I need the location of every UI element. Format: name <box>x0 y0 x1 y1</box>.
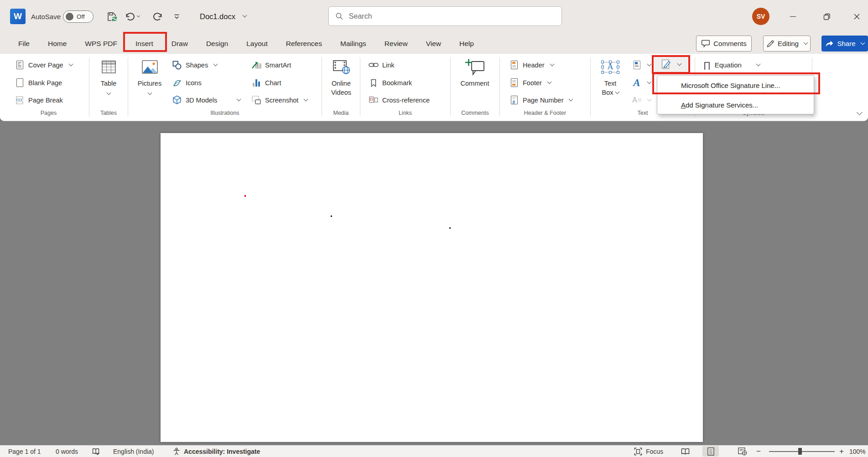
cover-page-label: Cover Page <box>28 62 63 69</box>
header-button[interactable]: Header <box>507 58 556 72</box>
print-layout-button[interactable] <box>702 446 719 457</box>
print-layout-icon <box>707 447 714 456</box>
cover-page-icon <box>15 61 25 69</box>
focus-button[interactable]: Focus <box>634 446 663 457</box>
autosave-toggle[interactable]: Off <box>63 10 94 23</box>
tab-draw[interactable]: Draw <box>162 33 197 54</box>
save-button[interactable] <box>103 0 121 33</box>
cross-reference-button[interactable]: Cross-reference <box>367 93 431 107</box>
ribbon-tabs: File Home WPS PDF Insert Draw Design Lay… <box>9 33 483 54</box>
share-button[interactable]: Share <box>821 36 868 51</box>
new-comment-button[interactable]: Comment <box>459 56 490 109</box>
tab-file[interactable]: File <box>9 33 39 54</box>
page-break-button[interactable]: Page Break <box>13 93 65 107</box>
pictures-button[interactable]: Pictures <box>134 56 165 109</box>
share-button-label: Share <box>837 40 855 47</box>
group-label-header-footer: Header & Footer <box>500 110 590 116</box>
undo-button[interactable] <box>122 0 142 33</box>
web-layout-button[interactable] <box>734 446 751 457</box>
online-videos-label-line2: Videos <box>331 88 351 97</box>
smartart-icon <box>251 61 261 69</box>
accessibility-status[interactable]: Accessibility: Investigate <box>184 446 260 457</box>
icons-button[interactable]: Icons <box>170 76 203 90</box>
blank-page-button[interactable]: Blank Page <box>13 76 64 90</box>
quick-parts-icon <box>632 61 642 69</box>
document-page[interactable] <box>161 133 703 442</box>
page-break-label: Page Break <box>28 97 63 104</box>
tab-help[interactable]: Help <box>450 33 483 54</box>
collapse-ribbon-button[interactable] <box>855 108 864 118</box>
editing-mode-button[interactable]: Editing <box>763 36 811 51</box>
quick-parts-button[interactable] <box>630 58 653 72</box>
3d-models-button[interactable]: 3D Models <box>170 93 242 107</box>
link-button[interactable]: Link <box>367 58 396 72</box>
chevron-down-icon[interactable] <box>243 13 247 18</box>
equation-button[interactable]: ∏ Equation <box>700 57 768 72</box>
text-box-button[interactable]: A Text Box <box>595 56 626 109</box>
wordart-icon: A <box>632 77 642 88</box>
tab-design[interactable]: Design <box>197 33 237 54</box>
tab-mailings[interactable]: Mailings <box>331 33 375 54</box>
zoom-in-button[interactable]: + <box>839 446 844 457</box>
screenshot-button[interactable]: Screenshot <box>249 93 309 107</box>
tab-references[interactable]: References <box>277 33 331 54</box>
word-count[interactable]: 0 words <box>56 446 78 457</box>
new-comment-icon <box>464 57 485 77</box>
read-mode-button[interactable] <box>677 446 693 457</box>
drop-cap-icon: A <box>632 96 642 104</box>
online-videos-button[interactable]: Online Videos <box>326 56 357 109</box>
footer-button[interactable]: Footer <box>507 76 553 90</box>
group-illustrations: Pictures Shapes <box>128 54 322 121</box>
close-button[interactable] <box>846 0 868 33</box>
page-indicator[interactable]: Page 1 of 1 <box>8 446 41 457</box>
save-icon <box>107 11 117 22</box>
tab-review[interactable]: Review <box>375 33 417 54</box>
tab-insert[interactable]: Insert <box>126 33 162 54</box>
comments-button[interactable]: Comments <box>696 36 752 51</box>
proofing-book-icon <box>92 448 100 455</box>
group-label-media: Media <box>322 110 360 116</box>
tab-wps-pdf[interactable]: WPS PDF <box>76 33 126 54</box>
screenshot-icon <box>251 96 261 104</box>
share-icon <box>825 40 834 47</box>
undo-icon <box>125 12 135 21</box>
chart-icon <box>251 78 261 87</box>
tab-home[interactable]: Home <box>39 33 76 54</box>
document-title[interactable]: Doc1.docx <box>200 0 235 33</box>
drop-cap-button[interactable]: A <box>630 93 653 107</box>
menu-item-office-signature-line[interactable]: Microsoft Office Signature Line... <box>657 76 814 95</box>
search-input[interactable] <box>349 12 555 21</box>
minimize-button[interactable] <box>781 0 805 33</box>
menu-item-add-signature-services[interactable]: Add Signature Services... <box>657 95 814 115</box>
chevron-down-icon <box>304 97 308 102</box>
tab-view[interactable]: View <box>417 33 450 54</box>
search-box[interactable] <box>328 6 562 26</box>
zoom-level[interactable]: 100% <box>849 446 866 457</box>
zoom-out-button[interactable]: − <box>756 446 761 457</box>
avatar[interactable]: SV <box>752 8 769 25</box>
bookmark-button[interactable]: Bookmark <box>367 76 414 90</box>
online-video-icon <box>332 57 350 77</box>
page-number-button[interactable]: # Page Number <box>507 93 574 107</box>
restore-button[interactable] <box>815 0 839 33</box>
cover-page-button[interactable]: Cover Page <box>13 58 74 72</box>
tab-layout[interactable]: Layout <box>237 33 277 54</box>
signature-line-button[interactable] <box>655 57 687 72</box>
customize-quick-access-button[interactable] <box>170 0 183 33</box>
signature-line-icon <box>661 59 671 70</box>
proofing-status-button[interactable] <box>92 446 100 457</box>
header-label: Header <box>523 62 545 69</box>
chevron-down-icon <box>237 97 241 102</box>
table-button[interactable]: Table <box>93 56 124 109</box>
language-status[interactable]: English (India) <box>113 446 154 457</box>
shapes-button[interactable]: Shapes <box>170 58 219 72</box>
word-logo-letter: W <box>14 11 22 21</box>
wordart-button[interactable]: A <box>630 76 653 90</box>
smartart-button[interactable]: SmartArt <box>249 58 293 72</box>
chart-button[interactable]: Chart <box>249 76 283 90</box>
redo-button[interactable] <box>150 0 166 33</box>
zoom-slider-handle[interactable] <box>798 448 802 455</box>
equation-label: Equation <box>715 61 742 69</box>
chevron-down-icon <box>106 91 111 95</box>
zoom-slider-track[interactable] <box>769 451 835 452</box>
